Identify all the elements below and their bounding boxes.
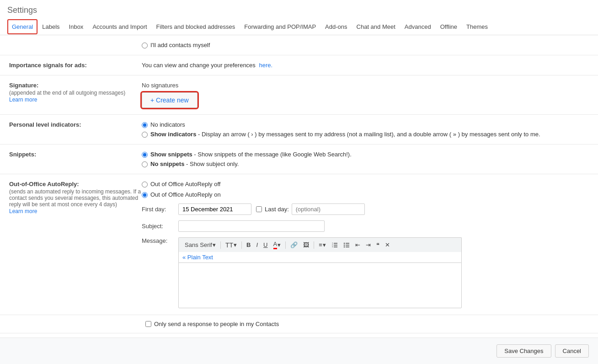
- link-btn[interactable]: 🔗: [288, 241, 300, 249]
- no-snippets-option[interactable]: No snippets - Show subject only.: [142, 161, 589, 167]
- autoreply-on-label: Out of Office AutoReply on: [150, 191, 221, 198]
- signature-label: Signature:: [9, 82, 38, 89]
- first-day-row: First day: Last day:: [142, 203, 589, 215]
- svg-point-9: [344, 242, 345, 243]
- settings-nav: General Labels Inbox Accounts and Import…: [0, 19, 598, 35]
- autoreply-value: Out of Office AutoReply off Out of Offic…: [142, 181, 589, 308]
- save-button[interactable]: Save Changes: [497, 344, 551, 358]
- add-contacts-option[interactable]: I'll add contacts myself: [142, 42, 589, 48]
- tab-addons[interactable]: Add-ons: [320, 19, 352, 35]
- message-row: Message: Sans Serif ▾ TT ▾ B: [142, 237, 589, 308]
- last-day-label: Last day:: [265, 206, 289, 213]
- svg-point-11: [344, 246, 345, 247]
- numbered-list-btn[interactable]: 123: [329, 241, 340, 249]
- snippets-value: Show snippets - Show snippets of the mes…: [142, 151, 589, 167]
- last-day-input[interactable]: [292, 203, 365, 215]
- remove-format-btn[interactable]: ✕: [383, 241, 392, 249]
- no-snippets-radio[interactable]: [142, 161, 148, 167]
- image-btn[interactable]: 🖼: [301, 241, 311, 249]
- message-body[interactable]: [178, 262, 462, 308]
- no-indicators-label: No indicators: [150, 121, 185, 128]
- add-contacts-value: I'll add contacts myself: [142, 42, 589, 48]
- indent-less-btn[interactable]: ⇤: [353, 241, 363, 249]
- bold-btn[interactable]: B: [244, 241, 253, 249]
- last-day-checkbox[interactable]: [256, 206, 262, 212]
- no-signatures-text: No signatures: [142, 82, 589, 89]
- message-toolbar: Sans Serif ▾ TT ▾ B I U A: [178, 237, 462, 252]
- subject-input[interactable]: [178, 220, 325, 232]
- autoreply-off-label: Out of Office AutoReply off: [150, 181, 220, 187]
- signature-label-col: Signature: (appended at the end of all o…: [9, 82, 142, 103]
- toolbar-sep-1: [220, 241, 221, 249]
- first-day-input[interactable]: [178, 203, 251, 215]
- italic-btn[interactable]: I: [254, 241, 260, 249]
- autoreply-row: Out-of-Office AutoReply: (sends an autom…: [0, 174, 598, 315]
- toolbar-sep-3: [285, 241, 286, 249]
- add-contacts-option-label: I'll add contacts myself: [150, 42, 210, 48]
- message-editor: Sans Serif ▾ TT ▾ B I U A: [178, 237, 462, 308]
- no-indicators-radio[interactable]: [142, 122, 148, 128]
- autoreply-off-radio[interactable]: [142, 182, 148, 187]
- svg-point-10: [344, 244, 345, 245]
- personal-indicators-value: No indicators Show indicators - Display …: [142, 121, 589, 138]
- importance-text: You can view and change your preferences: [142, 62, 256, 69]
- show-snippets-radio[interactable]: [142, 152, 148, 158]
- plain-text-link[interactable]: « Plain Text: [178, 252, 462, 262]
- message-label: Message:: [142, 237, 174, 244]
- no-snippets-label: No snippets - Show subject only.: [150, 161, 239, 167]
- importance-signals-value: You can view and change your preferences…: [142, 62, 589, 69]
- settings-content: I'll add contacts myself Importance sign…: [0, 35, 598, 361]
- no-indicators-option[interactable]: No indicators: [142, 121, 589, 128]
- tab-chat[interactable]: Chat and Meet: [352, 19, 400, 35]
- show-indicators-radio[interactable]: [142, 132, 148, 138]
- font-family-btn[interactable]: Sans Serif ▾: [182, 241, 218, 249]
- importance-signals-row: Importance signals for ads: You can view…: [0, 55, 598, 75]
- tab-general[interactable]: General: [7, 19, 37, 34]
- toolbar-sep-2: [241, 241, 242, 249]
- autoreply-label-col: Out-of-Office AutoReply: (sends an autom…: [9, 181, 142, 214]
- font-color-btn[interactable]: A ▾: [271, 240, 283, 250]
- only-send-checkbox[interactable]: [145, 321, 151, 327]
- bullet-list-btn[interactable]: [341, 241, 352, 249]
- autoreply-off-option[interactable]: Out of Office AutoReply off: [142, 181, 589, 187]
- toolbar-sep-4: [314, 241, 314, 249]
- only-send-row: Only send a response to people in my Con…: [0, 315, 598, 333]
- autoreply-sublabel: (sends an automated reply to incoming me…: [9, 188, 142, 208]
- importance-link[interactable]: here.: [259, 62, 272, 69]
- tab-accounts[interactable]: Accounts and Import: [88, 19, 151, 35]
- show-snippets-label: Show snippets - Show snippets of the mes…: [150, 151, 352, 158]
- signature-learn-more[interactable]: Learn more: [9, 96, 37, 103]
- tab-inbox[interactable]: Inbox: [64, 19, 88, 35]
- create-new-button[interactable]: + Create new: [142, 92, 198, 108]
- underline-btn[interactable]: U: [261, 241, 270, 249]
- align-btn[interactable]: ≡ ▾: [316, 241, 328, 249]
- show-indicators-option[interactable]: Show indicators - Display an arrow ( › )…: [142, 131, 589, 138]
- tab-advanced[interactable]: Advanced: [400, 19, 436, 35]
- signature-value: No signatures + Create new: [142, 82, 589, 108]
- cancel-button[interactable]: Cancel: [555, 344, 589, 358]
- tab-labels[interactable]: Labels: [37, 19, 64, 35]
- footer: Save Changes Cancel: [0, 337, 598, 361]
- tab-themes[interactable]: Themes: [462, 19, 492, 35]
- only-send-label: Only send a response to people in my Con…: [154, 321, 279, 327]
- subject-label: Subject:: [142, 223, 174, 230]
- svg-text:3: 3: [332, 246, 333, 248]
- autoreply-on-option[interactable]: Out of Office AutoReply on: [142, 191, 589, 198]
- autoreply-on-radio[interactable]: [142, 192, 148, 198]
- show-indicators-label: Show indicators - Display an arrow ( › )…: [150, 131, 540, 138]
- personal-indicators-row: Personal level indicators: No indicators…: [0, 115, 598, 145]
- snippets-row: Snippets: Show snippets - Show snippets …: [0, 145, 598, 174]
- signature-sublabel: (appended at the end of all outgoing mes…: [9, 90, 142, 96]
- indent-more-btn[interactable]: ⇥: [363, 241, 373, 249]
- show-snippets-option[interactable]: Show snippets - Show snippets of the mes…: [142, 151, 589, 158]
- tab-offline[interactable]: Offline: [436, 19, 462, 35]
- first-day-label: First day:: [142, 206, 174, 213]
- personal-indicators-label: Personal level indicators:: [9, 121, 142, 128]
- add-contacts-radio[interactable]: [142, 43, 148, 48]
- autoreply-learn-more[interactable]: Learn more: [9, 208, 37, 214]
- font-size-btn[interactable]: TT ▾: [223, 241, 239, 250]
- tab-filters[interactable]: Filters and blocked addresses: [152, 19, 240, 35]
- tab-forwarding[interactable]: Forwarding and POP/IMAP: [240, 19, 320, 35]
- quote-btn[interactable]: ❝: [374, 241, 382, 249]
- last-day-area: Last day:: [256, 203, 365, 215]
